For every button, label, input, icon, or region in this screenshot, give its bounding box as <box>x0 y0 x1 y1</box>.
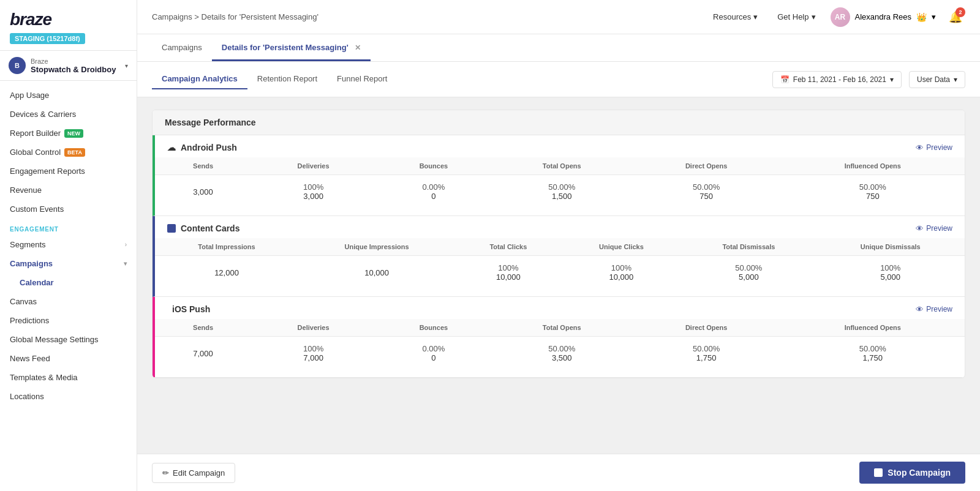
sidebar-item-app-usage[interactable]: App Usage <box>0 86 137 105</box>
android-push-title: ☁ Android Push <box>167 143 237 152</box>
bottom-bar: ✏ Edit Campaign Stop Campaign <box>137 454 980 491</box>
tab-retention-report[interactable]: Retention Report <box>247 69 327 89</box>
android-push-preview-link[interactable]: 👁 Preview <box>916 143 952 152</box>
workspace-info: Braze Stopwatch & Droidboy <box>31 58 125 74</box>
notification-button[interactable]: 🔔 2 <box>946 7 965 27</box>
eye-icon: 👁 <box>916 305 924 314</box>
page-content: Message Performance ☁ Android Push 👁 Pre… <box>137 97 980 391</box>
sidebar-item-global-message-settings[interactable]: Global Message Settings <box>0 330 137 349</box>
col-total-opens: Total Opens <box>492 319 632 337</box>
breadcrumb: Campaigns > Details for 'Persistent Mess… <box>152 12 318 21</box>
sidebar-item-news-feed[interactable]: News Feed <box>0 349 137 368</box>
col-influenced-opens: Influenced Opens <box>781 319 965 337</box>
col-total-opens: Total Opens <box>492 157 632 175</box>
brand-area: braze STAGING (15217d8f) <box>0 0 137 51</box>
analytics-controls: 📅 Feb 11, 2021 - Feb 16, 2021 ▾ User Dat… <box>772 71 965 88</box>
topbar-right: Resources ▾ Get Help ▾ AR Alexandra Rees… <box>708 7 965 27</box>
notification-badge: 2 <box>956 7 965 17</box>
tab-label: Campaign Analytics <box>162 74 238 83</box>
avatar: AR <box>831 7 850 27</box>
get-help-button[interactable]: Get Help ▾ <box>772 10 820 24</box>
engagement-section-label: ENGAGEMENT <box>0 219 137 235</box>
beta-badge: BETA <box>64 148 85 157</box>
sidebar-item-label: Global Control <box>10 148 61 157</box>
eye-icon: 👁 <box>916 224 924 233</box>
col-total-clicks: Total Clicks <box>455 238 562 256</box>
influenced-opens-value: 50.00% 1,750 <box>781 337 965 370</box>
col-influenced-opens: Influenced Opens <box>781 157 965 175</box>
sidebar-item-devices-carriers[interactable]: Devices & Carriers <box>0 105 137 124</box>
content-cards-label: Content Cards <box>181 223 239 233</box>
stop-label: Stop Campaign <box>888 468 951 478</box>
col-unique-impressions: Unique Impressions <box>298 238 455 256</box>
stop-campaign-button[interactable]: Stop Campaign <box>859 462 965 484</box>
topbar: Campaigns > Details for 'Persistent Mess… <box>137 0 980 34</box>
col-direct-opens: Direct Opens <box>632 319 781 337</box>
edit-campaign-button[interactable]: ✏ Edit Campaign <box>152 463 235 483</box>
table-row: 12,000 10,000 100% 10,000 100% 10,000 <box>155 256 965 290</box>
sidebar-item-report-builder[interactable]: Report Builder NEW <box>0 124 137 143</box>
sidebar-item-segments[interactable]: Segments › <box>0 235 137 254</box>
android-push-block: ☁ Android Push 👁 Preview Sends Deliv <box>153 135 965 216</box>
tab-close-icon[interactable]: ✕ <box>355 43 361 52</box>
bounces-value: 0.00% 0 <box>375 337 492 370</box>
ios-push-stats-table: Sends Deliveries Bounces Total Opens Dir… <box>155 319 965 370</box>
sidebar-item-campaigns[interactable]: Campaigns ▾ <box>0 254 137 273</box>
user-area[interactable]: AR Alexandra Rees 👑 ▾ <box>831 7 937 27</box>
tab-details[interactable]: Details for 'Persistent Messaging' ✕ <box>212 34 371 61</box>
date-range-label: Feb 11, 2021 - Feb 16, 2021 <box>793 75 886 84</box>
sidebar-item-calendar[interactable]: Calendar <box>0 273 137 292</box>
sidebar-item-label: Report Builder <box>10 129 61 138</box>
ios-push-preview-link[interactable]: 👁 Preview <box>916 305 952 314</box>
tab-campaigns[interactable]: Campaigns <box>152 34 212 61</box>
col-total-dismissals: Total Dismissals <box>681 238 816 256</box>
tab-campaign-analytics[interactable]: Campaign Analytics <box>152 69 247 89</box>
user-data-dropdown[interactable]: User Data ▾ <box>909 71 965 88</box>
influenced-opens-value: 50.00% 750 <box>781 175 965 209</box>
col-sends: Sends <box>155 319 251 337</box>
sidebar-item-label: Devices & Carriers <box>10 110 76 119</box>
tab-funnel-report[interactable]: Funnel Report <box>327 69 397 89</box>
get-help-label: Get Help <box>777 12 809 21</box>
sidebar-item-engagement-reports[interactable]: Engagement Reports <box>0 162 137 181</box>
table-row: 3,000 100% 3,000 0.00% 0 <box>155 175 965 209</box>
sidebar-item-canvas[interactable]: Canvas <box>0 292 137 311</box>
workspace-selector[interactable]: B Braze Stopwatch & Droidboy ▾ <box>0 51 137 81</box>
sidebar-item-label: Global Message Settings <box>10 335 99 344</box>
resources-label: Resources <box>713 12 751 21</box>
edit-label: Edit Campaign <box>173 468 225 478</box>
content-cards-block: Content Cards 👁 Preview Total Impression… <box>153 216 965 297</box>
chevron-down-icon: ▾ <box>890 75 894 84</box>
content-cards-header: Content Cards 👁 Preview <box>155 216 965 238</box>
tab-label: Details for 'Persistent Messaging' <box>222 43 349 52</box>
tab-bar: Campaigns Details for 'Persistent Messag… <box>137 34 980 62</box>
tab-label: Retention Report <box>257 74 317 83</box>
new-badge: NEW <box>64 129 83 138</box>
stop-icon <box>874 468 883 477</box>
pencil-icon: ✏ <box>162 468 169 478</box>
chevron-down-icon: ▾ <box>812 12 816 21</box>
workspace-company: Braze <box>31 58 125 65</box>
sends-value: 7,000 <box>155 337 251 370</box>
ios-push-label: iOS Push <box>172 304 210 314</box>
sidebar-item-templates-media[interactable]: Templates & Media <box>0 368 137 387</box>
col-bounces: Bounces <box>375 157 492 175</box>
sidebar-item-global-control[interactable]: Global Control BETA <box>0 143 137 162</box>
user-name-label: Alexandra Rees <box>855 12 912 21</box>
unique-dismissals-value: 100% 5,000 <box>816 256 965 290</box>
sidebar-item-custom-events[interactable]: Custom Events <box>0 200 137 219</box>
preview-label: Preview <box>926 305 952 313</box>
android-push-label: Android Push <box>181 143 237 152</box>
col-unique-dismissals: Unique Dismissals <box>816 238 965 256</box>
resources-button[interactable]: Resources ▾ <box>708 10 763 24</box>
cloud-icon: ☁ <box>167 143 176 152</box>
sidebar-item-predictions[interactable]: Predictions <box>0 311 137 330</box>
date-range-picker[interactable]: 📅 Feb 11, 2021 - Feb 16, 2021 ▾ <box>772 71 902 88</box>
content-cards-preview-link[interactable]: 👁 Preview <box>916 224 952 233</box>
user-data-label: User Data <box>917 75 950 84</box>
sidebar-item-locations[interactable]: Locations <box>0 387 137 406</box>
analytics-tabs: Campaign Analytics Retention Report Funn… <box>152 69 397 89</box>
workspace-chevron-icon: ▾ <box>125 62 128 69</box>
sidebar-item-revenue[interactable]: Revenue <box>0 181 137 200</box>
chevron-down-icon: ▾ <box>932 12 936 21</box>
